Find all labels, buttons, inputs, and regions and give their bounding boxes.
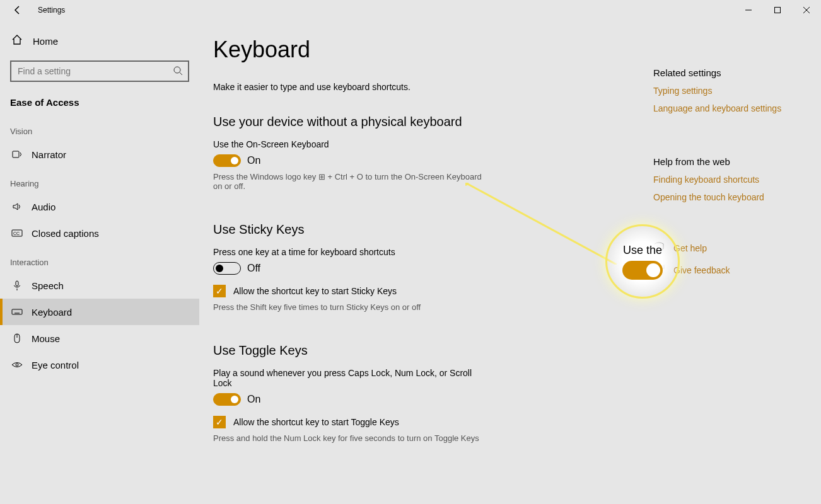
- osk-help: Press the Windows logo key ⊞ + Ctrl + O …: [213, 172, 484, 191]
- svg-text:CC: CC: [13, 231, 20, 236]
- main-content: Keyboard Make it easier to type and use …: [213, 33, 642, 504]
- sticky-help: Press the Shift key five times to turn S…: [213, 302, 484, 312]
- link-keyboard-shortcuts[interactable]: Finding keyboard shortcuts: [653, 175, 817, 185]
- svg-rect-1: [775, 8, 781, 13]
- svg-point-19: [655, 265, 658, 268]
- sidebar-item-label: Closed captions: [32, 228, 99, 239]
- link-get-help-label: Get help: [673, 243, 707, 253]
- maximize-icon: [774, 7, 781, 13]
- svg-rect-9: [16, 281, 18, 286]
- sidebar-item-mouse[interactable]: Mouse: [0, 325, 199, 352]
- link-touch-keyboard[interactable]: Opening the touch keyboard: [653, 192, 817, 202]
- osk-label: Use the On-Screen Keyboard: [213, 139, 642, 149]
- link-get-help[interactable]: Get help: [653, 241, 817, 255]
- sidebar-home-label: Home: [33, 36, 58, 47]
- togglekeys-toggle[interactable]: [213, 393, 241, 406]
- togglekeys-help: Press and hold the Num Lock key for five…: [213, 433, 484, 443]
- audio-icon: [11, 201, 23, 212]
- page-title: Keyboard: [213, 37, 642, 63]
- osk-state: On: [247, 155, 260, 166]
- togglekeys-checkbox-label: Allow the shortcut key to start Toggle K…: [233, 417, 399, 427]
- sidebar-item-speech[interactable]: Speech: [0, 272, 199, 299]
- osk-toggle[interactable]: [213, 154, 241, 167]
- link-language-settings[interactable]: Language and keyboard settings: [653, 103, 817, 113]
- sticky-state: Off: [247, 263, 260, 274]
- link-give-feedback[interactable]: Give feedback: [653, 263, 817, 277]
- togglekeys-checkbox[interactable]: ✓: [213, 416, 226, 428]
- titlebar: Settings: [0, 0, 821, 20]
- section-vision-title: Vision: [0, 115, 199, 141]
- sticky-checkbox-label: Allow the shortcut key to start Sticky K…: [233, 286, 397, 296]
- microphone-icon: [11, 280, 23, 291]
- sidebar-item-narrator[interactable]: Narrator: [0, 141, 199, 168]
- home-icon: [11, 34, 23, 48]
- right-column: Related settings Typing settings Languag…: [653, 67, 817, 285]
- minimize-icon: [745, 7, 752, 13]
- osk-heading: Use your device without a physical keybo…: [213, 115, 642, 129]
- sidebar-item-label: Keyboard: [32, 307, 72, 318]
- sidebar-item-closedcaptions[interactable]: CC Closed captions: [0, 220, 199, 246]
- window-controls: [734, 0, 821, 20]
- sidebar-item-label: Speech: [32, 280, 64, 291]
- svg-point-17: [16, 364, 18, 366]
- help-icon: [653, 241, 665, 255]
- keyboard-icon: [11, 306, 23, 318]
- sticky-label: Press one key at a time for keyboard sho…: [213, 247, 642, 257]
- sticky-checkbox[interactable]: ✓: [213, 285, 226, 297]
- maximize-button[interactable]: [763, 0, 792, 20]
- togglekeys-state: On: [247, 394, 260, 405]
- sidebar-item-eyecontrol[interactable]: Eye control: [0, 352, 199, 378]
- svg-rect-20: [660, 265, 664, 268]
- narrator-icon: [11, 149, 23, 160]
- sidebar-item-audio[interactable]: Audio: [0, 193, 199, 220]
- eye-icon: [11, 359, 23, 370]
- togglekeys-heading: Use Toggle Keys: [213, 343, 642, 358]
- sidebar-item-label: Narrator: [32, 149, 66, 160]
- search-input[interactable]: [10, 60, 189, 82]
- svg-rect-10: [12, 309, 22, 314]
- page-lead: Make it easier to type and use keyboard …: [213, 82, 642, 92]
- feedback-icon: [653, 263, 665, 277]
- close-icon: [803, 7, 810, 13]
- sidebar-home[interactable]: Home: [0, 26, 199, 55]
- sidebar-item-label: Eye control: [32, 360, 79, 370]
- minimize-button[interactable]: [734, 0, 763, 20]
- arrow-left-icon: [13, 5, 23, 15]
- sidebar-group-title: Ease of Access: [0, 91, 199, 115]
- close-button[interactable]: [792, 0, 821, 20]
- app-title: Settings: [38, 6, 65, 14]
- section-interaction-title: Interaction: [0, 246, 199, 272]
- cc-icon: CC: [11, 227, 23, 239]
- section-hearing-title: Hearing: [0, 168, 199, 193]
- sticky-toggle[interactable]: [213, 262, 241, 275]
- sticky-heading: Use Sticky Keys: [213, 222, 642, 237]
- sidebar: Home Ease of Access Vision Narrator Hear…: [0, 20, 199, 504]
- sidebar-item-label: Audio: [32, 202, 55, 212]
- back-button[interactable]: [5, 0, 30, 20]
- sidebar-item-label: Mouse: [32, 333, 60, 344]
- togglekeys-label: Play a sound whenever you press Caps Loc…: [213, 368, 484, 388]
- svg-rect-6: [13, 151, 19, 158]
- svg-point-18: [656, 246, 658, 247]
- sidebar-item-keyboard[interactable]: Keyboard: [0, 299, 199, 325]
- link-typing-settings[interactable]: Typing settings: [653, 86, 817, 96]
- mouse-icon: [11, 333, 23, 344]
- webhelp-title: Help from the web: [653, 156, 817, 167]
- related-title: Related settings: [653, 67, 817, 78]
- link-give-feedback-label: Give feedback: [673, 265, 730, 275]
